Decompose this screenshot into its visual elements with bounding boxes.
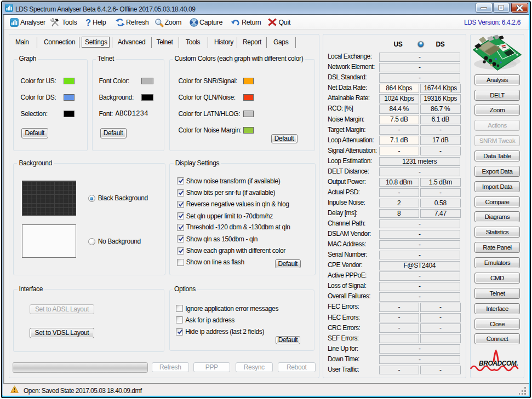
svg-text:BROADCOM.: BROADCOM.	[479, 360, 518, 367]
